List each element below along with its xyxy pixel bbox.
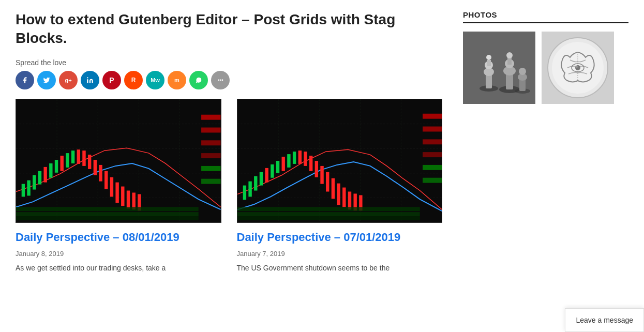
svg-rect-75 [423,152,442,157]
svg-rect-35 [201,153,220,158]
svg-rect-26 [110,177,113,197]
social-icons-container: g+ P R Mw m ··· [16,71,442,89]
svg-rect-76 [423,165,442,170]
post-grid: Daily Perspective – 08/01/2019 January 8… [16,99,442,274]
svg-rect-21 [82,150,85,166]
post-date-2: January 7, 2019 [237,250,443,258]
svg-rect-36 [201,166,220,171]
svg-rect-28 [121,186,124,206]
svg-rect-50 [243,185,246,200]
svg-rect-32 [201,115,220,120]
svg-rect-65 [326,172,329,192]
svg-point-102 [575,65,580,70]
linkedin-share-button[interactable] [81,71,99,89]
svg-rect-12 [33,175,36,190]
post-card-1: Daily Perspective – 08/01/2019 January 8… [16,99,221,274]
svg-rect-11 [27,180,30,195]
svg-rect-57 [281,157,284,171]
svg-rect-29 [127,190,130,208]
main-content: How to extend Gutenberg Editor – Post Gr… [16,10,442,274]
svg-rect-80 [237,216,420,220]
svg-rect-67 [337,183,340,205]
sidebar: PHOTOS [463,10,628,274]
svg-rect-23 [94,160,97,175]
svg-rect-10 [22,184,25,197]
svg-rect-16 [55,160,58,173]
svg-rect-59 [292,152,295,164]
post-title-link-2[interactable]: Daily Perspective – 07/01/2019 [237,230,443,245]
svg-rect-58 [287,154,290,168]
svg-rect-52 [254,176,257,191]
facebook-share-button[interactable] [16,71,34,89]
svg-rect-27 [115,182,118,203]
post-card-2: Daily Perspective – 07/01/2019 January 7… [237,99,443,274]
svg-rect-92 [507,57,512,65]
mewe-share-button[interactable]: Mw [146,71,164,89]
svg-point-87 [486,55,491,60]
svg-rect-1 [16,99,221,222]
svg-rect-17 [61,156,64,171]
svg-rect-69 [348,191,351,209]
page-wrapper: How to extend Gutenberg Editor – Post Gr… [0,0,644,284]
svg-rect-20 [77,149,80,164]
post-excerpt-1: As we get settled into our trading desks… [16,263,221,274]
post-chart-image-2 [237,99,443,223]
svg-rect-79 [237,212,420,216]
pinterest-share-button[interactable]: P [102,71,121,89]
svg-rect-77 [423,178,442,183]
svg-point-0 [87,77,88,78]
svg-rect-24 [99,165,102,182]
post-excerpt-2: The US Government shutdown seems to be t… [237,263,443,274]
svg-rect-62 [309,156,312,171]
mix-share-button[interactable]: m [168,71,186,89]
svg-rect-34 [201,140,220,145]
svg-rect-63 [314,161,318,177]
twitter-share-button[interactable] [37,71,56,89]
svg-rect-40 [16,216,199,220]
photos-grid [463,32,628,104]
photo-chess[interactable] [463,32,535,104]
svg-rect-53 [259,172,262,186]
post-chart-image-1 [16,99,221,223]
svg-point-97 [519,68,526,75]
svg-rect-25 [104,171,108,189]
svg-rect-38 [16,207,199,211]
reddit-share-button[interactable]: R [124,71,143,89]
svg-rect-66 [331,178,334,199]
svg-rect-72 [423,114,442,119]
svg-rect-54 [265,168,268,183]
svg-rect-37 [201,178,220,184]
svg-point-93 [506,52,513,58]
svg-rect-19 [71,150,74,163]
more-share-button[interactable]: ··· [211,71,230,89]
svg-rect-39 [16,212,199,216]
svg-rect-18 [66,153,69,168]
svg-rect-68 [342,187,346,207]
svg-rect-55 [271,164,274,178]
photo-brain[interactable] [542,32,614,104]
article-title: How to extend Gutenberg Editor – Post Gr… [16,10,442,48]
googleplus-share-button[interactable]: g+ [59,71,78,89]
photos-section-title: PHOTOS [463,10,628,23]
post-title-link-1[interactable]: Daily Perspective – 08/01/2019 [16,230,221,245]
svg-point-103 [576,66,578,68]
svg-rect-78 [237,207,420,211]
post-date-1: January 8, 2019 [16,250,221,258]
svg-rect-73 [423,126,442,131]
whatsapp-share-button[interactable] [189,71,208,89]
spread-love-label: Spread the love [16,58,442,67]
svg-rect-61 [304,152,307,166]
svg-rect-15 [49,163,52,178]
svg-rect-86 [487,60,491,66]
svg-rect-33 [201,127,220,132]
svg-rect-51 [248,181,251,197]
svg-rect-64 [320,166,323,184]
svg-rect-60 [298,150,301,164]
svg-rect-22 [88,155,91,169]
svg-rect-13 [38,171,41,185]
svg-rect-74 [423,139,442,144]
svg-rect-14 [43,167,47,183]
svg-rect-56 [276,161,279,173]
